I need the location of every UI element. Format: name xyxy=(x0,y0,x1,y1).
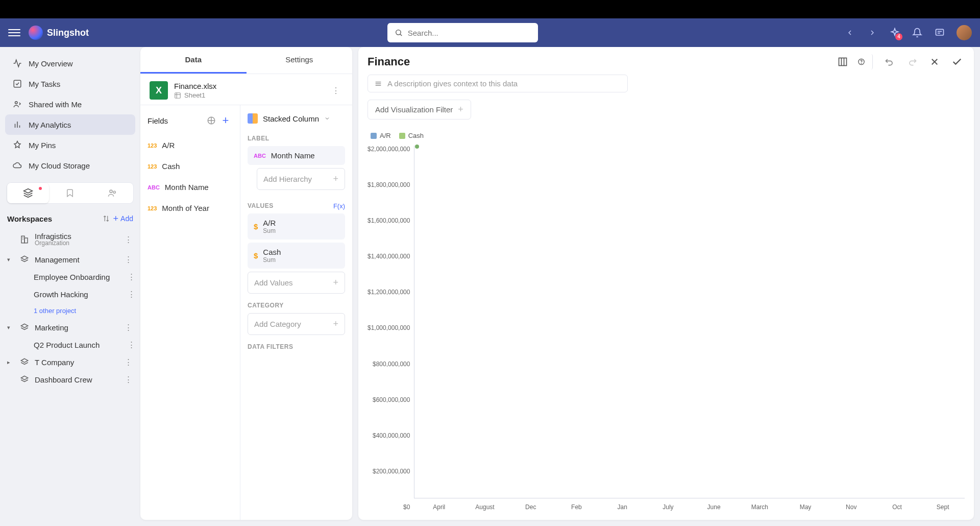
redo-icon xyxy=(907,57,917,67)
workspace-more-button[interactable]: ⋮ xyxy=(123,235,133,244)
description-input[interactable]: A description gives context to this data xyxy=(368,75,628,92)
x-tick-label: Feb xyxy=(555,504,599,511)
workspace-other-link[interactable]: 1 other project xyxy=(5,303,135,319)
fields-add-button[interactable]: + xyxy=(218,113,233,128)
menu-toggle[interactable] xyxy=(8,27,20,39)
workspace-item[interactable]: ▾Marketing⋮ xyxy=(5,319,135,336)
y-tick-label: $1,000,000,000 xyxy=(368,324,410,331)
workspace-more-button[interactable]: ⋮ xyxy=(123,255,133,264)
viz-type-picker[interactable]: Stacked Column xyxy=(248,111,345,131)
nav-forward-button[interactable] xyxy=(867,27,878,38)
add-viz-filter-button[interactable]: Add Visualization Filter + xyxy=(368,100,471,119)
stack-icon xyxy=(19,323,30,332)
workspaces-sort[interactable] xyxy=(99,211,113,226)
chart-area: A/R Cash $2,000,000,000$1,800,000,000$1,… xyxy=(358,125,974,520)
segment-workspaces[interactable] xyxy=(7,183,49,203)
fields-brain-button[interactable] xyxy=(204,113,218,128)
nav-item-my-tasks[interactable]: My Tasks xyxy=(5,74,135,94)
tab-settings[interactable]: Settings xyxy=(247,47,353,74)
workspaces-add[interactable]: +Add xyxy=(113,213,133,224)
user-avatar[interactable] xyxy=(957,25,972,40)
add-values-button[interactable]: Add Values+ xyxy=(248,272,345,294)
y-tick-label: $600,000,000 xyxy=(368,396,410,403)
chart-legend: A/R Cash xyxy=(368,130,965,146)
people-icon xyxy=(107,188,117,198)
segment-bookmarks[interactable] xyxy=(49,183,91,203)
search-input[interactable] xyxy=(408,29,531,37)
sparkle-notifications[interactable]: 4 xyxy=(889,27,900,38)
workspace-more-button[interactable]: ⋮ xyxy=(123,357,133,367)
workspace-more-button[interactable]: ⋮ xyxy=(128,340,135,349)
layers-icon xyxy=(23,188,33,198)
help-button[interactable] xyxy=(857,54,873,69)
field-item[interactable]: 123Cash xyxy=(140,156,240,177)
workspaces-title: Workspaces xyxy=(7,214,99,223)
file-more-button[interactable]: ⋮ xyxy=(329,83,343,98)
segment-people[interactable] xyxy=(91,183,133,203)
y-tick-label: $1,200,000,000 xyxy=(368,289,410,296)
workspace-more-button[interactable]: ⋮ xyxy=(128,272,135,281)
value-chip-ar[interactable]: $ A/RSum xyxy=(248,213,345,240)
undo-button[interactable] xyxy=(882,54,897,69)
sheet-icon xyxy=(174,92,181,99)
workspace-item[interactable]: Dashboard Crew⋮ xyxy=(5,371,135,388)
sort-icon xyxy=(102,214,110,223)
add-hierarchy-button[interactable]: Add Hierarchy+ xyxy=(257,168,345,190)
workspace-child[interactable]: Q2 Product Launch⋮ xyxy=(5,336,135,353)
type-badge: ABC xyxy=(148,184,160,190)
svg-rect-2 xyxy=(936,29,944,35)
brain-icon xyxy=(207,116,216,125)
tab-data[interactable]: Data xyxy=(140,47,247,74)
field-item[interactable]: 123Month of Year xyxy=(140,198,240,219)
bell-button[interactable] xyxy=(912,27,923,38)
data-source-row[interactable]: X Finance.xlsx Sheet1 ⋮ xyxy=(140,74,352,105)
chevron-down-icon xyxy=(324,115,330,122)
stack-icon xyxy=(19,255,30,264)
workspace-item[interactable]: InfragisticsOrganization⋮ xyxy=(5,228,135,251)
workspace-more-button[interactable]: ⋮ xyxy=(123,375,133,384)
label-chip-month-name[interactable]: ABC Month Name xyxy=(248,146,345,165)
chat-icon xyxy=(935,28,945,38)
workspace-child[interactable]: Employee Onboarding⋮ xyxy=(5,268,135,285)
viz-title[interactable]: Finance xyxy=(368,55,828,68)
nav-back-button[interactable] xyxy=(844,27,855,38)
app-logo[interactable]: Slingshot xyxy=(29,26,89,40)
chart-y-axis: $2,000,000,000$1,800,000,000$1,600,000,0… xyxy=(368,146,414,511)
nav-item-my-overview[interactable]: My Overview xyxy=(5,53,135,74)
nav-item-shared-with-me[interactable]: Shared with Me xyxy=(5,94,135,114)
nav-item-my-pins[interactable]: My Pins xyxy=(5,135,135,155)
legend-swatch-ar xyxy=(371,133,377,139)
fx-button[interactable]: F(x) xyxy=(333,202,345,210)
chart-bars xyxy=(414,146,965,498)
confirm-button[interactable] xyxy=(949,54,965,69)
add-category-button[interactable]: Add Category+ xyxy=(248,313,345,335)
grid-view-button[interactable] xyxy=(835,54,850,69)
y-tick-label: $0 xyxy=(368,504,410,511)
svg-rect-14 xyxy=(24,238,28,243)
section-label-values: VALUES xyxy=(248,202,274,209)
dollar-icon: $ xyxy=(254,222,258,231)
workspace-more-button[interactable]: ⋮ xyxy=(128,290,135,299)
field-item[interactable]: 123A/R xyxy=(140,135,240,156)
x-tick-label: Nov xyxy=(829,504,873,511)
workspace-child[interactable]: Growth Hacking⋮ xyxy=(5,285,135,303)
nav-item-my-analytics[interactable]: My Analytics xyxy=(5,114,135,135)
y-tick-label: $1,400,000,000 xyxy=(368,253,410,260)
close-button[interactable] xyxy=(927,54,942,69)
redo-button[interactable] xyxy=(904,54,920,69)
chevron-icon: ▾ xyxy=(7,324,14,331)
field-item[interactable]: ABCMonth Name xyxy=(140,177,240,198)
svg-line-1 xyxy=(400,34,402,36)
abc-icon: ABC xyxy=(254,153,266,159)
search-box[interactable] xyxy=(387,23,538,42)
nav-item-my-cloud-storage[interactable]: My Cloud Storage xyxy=(5,155,135,176)
chat-button[interactable] xyxy=(934,27,945,38)
value-chip-cash[interactable]: $ CashSum xyxy=(248,243,345,269)
stacked-column-icon xyxy=(248,113,258,124)
bookmark-icon xyxy=(65,188,75,198)
activity-icon xyxy=(12,58,22,68)
workspace-item[interactable]: ▸T Company⋮ xyxy=(5,353,135,371)
workspace-item[interactable]: ▾Management⋮ xyxy=(5,251,135,268)
y-tick-label: $2,000,000,000 xyxy=(368,146,410,153)
workspace-more-button[interactable]: ⋮ xyxy=(123,323,133,332)
